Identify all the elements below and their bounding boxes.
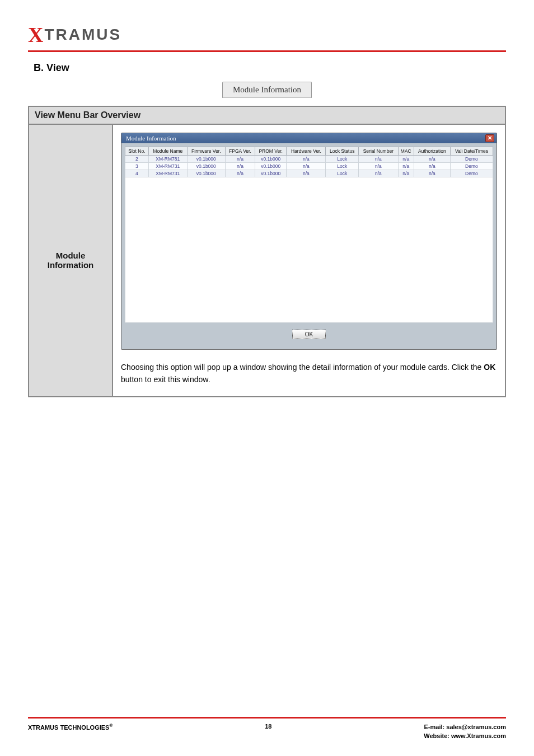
cell: n/a	[414, 163, 450, 170]
brand-logo: X TRAMUS	[28, 22, 506, 47]
sidebar-label: Module Information	[48, 251, 94, 270]
cell: n/a	[359, 156, 398, 163]
description-text: Choosing this option will pop up a windo…	[121, 361, 497, 386]
th-serial: Serial Number	[359, 147, 398, 156]
logo-x-glyph: X	[28, 22, 43, 47]
window-title: Module Information	[126, 135, 176, 142]
cell: 3	[125, 163, 149, 170]
cell: Demo	[450, 156, 493, 163]
close-icon[interactable]: ✕	[485, 134, 494, 142]
ok-button[interactable]: OK	[292, 330, 326, 339]
cell: n/a	[287, 163, 326, 170]
cell: n/a	[398, 170, 414, 177]
cell: v0.1b000	[187, 170, 225, 177]
footer-company-text: XTRAMUS TECHNOLOGIES	[28, 724, 109, 731]
th-slot: Slot No.	[125, 147, 149, 156]
email-label: E-mail:	[424, 724, 447, 730]
cell: Demo	[450, 163, 493, 170]
cell: XM-RM731	[148, 170, 187, 177]
cell: n/a	[398, 163, 414, 170]
module-info-window: Module Information ✕ Slot No. Module Nam…	[121, 133, 497, 350]
cell: 2	[125, 156, 149, 163]
window-titlebar: Module Information ✕	[121, 133, 496, 143]
cell: v0.1b000	[255, 163, 287, 170]
th-hardware: Hardware Ver.	[287, 147, 326, 156]
footer-contact: E-mail: sales@xtramus.com Website: www.X…	[424, 723, 506, 740]
th-module-name: Module Name	[148, 147, 187, 156]
th-validate: Vali Date/Times	[450, 147, 493, 156]
th-mac: MAC	[398, 147, 414, 156]
table-header-row: Slot No. Module Name Firmware Ver. FPGA …	[125, 147, 493, 156]
table-row: 4 XM-RM731 v0.1b000 n/a v0.1b000 n/a Loc…	[125, 170, 493, 177]
table-empty-area	[125, 177, 493, 323]
logo-text: TRAMUS	[44, 26, 121, 44]
section-heading: B. View	[34, 62, 506, 74]
email-value: sales@xtramus.com	[446, 724, 506, 730]
cell: n/a	[225, 163, 255, 170]
footer-company: XTRAMUS TECHNOLOGIES®	[28, 723, 113, 731]
th-firmware: Firmware Ver.	[187, 147, 225, 156]
tab-module-information[interactable]: Module Information	[222, 82, 312, 98]
cell: n/a	[398, 156, 414, 163]
cell: XM-RM781	[148, 156, 187, 163]
th-prom: PROM Ver.	[255, 147, 287, 156]
cell: n/a	[287, 170, 326, 177]
th-fpga: FPGA Ver.	[225, 147, 255, 156]
cell: v0.1b000	[187, 156, 225, 163]
cell: XM-RM731	[148, 163, 187, 170]
cell: n/a	[225, 170, 255, 177]
cell: n/a	[225, 156, 255, 163]
cell: n/a	[287, 156, 326, 163]
table-row: 3 XM-RM731 v0.1b000 n/a v0.1b000 n/a Loc…	[125, 163, 493, 170]
footer-divider	[28, 717, 506, 719]
cell: Lock	[326, 156, 359, 163]
overview-title-bar: View Menu Bar Overview	[29, 107, 505, 125]
cell: Lock	[326, 163, 359, 170]
cell: n/a	[414, 170, 450, 177]
desc-part1: Choosing this option will pop up a windo…	[121, 363, 484, 372]
th-lock: Lock Status	[326, 147, 359, 156]
cell: n/a	[359, 170, 398, 177]
cell: n/a	[414, 156, 450, 163]
web-label: Website:	[424, 732, 451, 739]
module-info-table: Slot No. Module Name Firmware Ver. FPGA …	[125, 147, 493, 177]
cell: v0.1b000	[255, 156, 287, 163]
cell: Demo	[450, 170, 493, 177]
header-divider	[28, 50, 506, 52]
desc-part2: button to exit this window.	[121, 375, 210, 384]
th-auth: Authorization	[414, 147, 450, 156]
web-value: www.Xtramus.com	[451, 732, 506, 739]
cell: Lock	[326, 170, 359, 177]
cell: n/a	[359, 163, 398, 170]
cell: 4	[125, 170, 149, 177]
page-number: 18	[113, 723, 424, 730]
sidebar-module-information: Module Information	[29, 125, 113, 396]
table-row: 2 XM-RM781 v0.1b000 n/a v0.1b000 n/a Loc…	[125, 156, 493, 163]
cell: v0.1b000	[187, 163, 225, 170]
cell: v0.1b000	[255, 170, 287, 177]
desc-bold: OK	[484, 363, 495, 372]
overview-panel: View Menu Bar Overview Module Informatio…	[28, 106, 506, 397]
